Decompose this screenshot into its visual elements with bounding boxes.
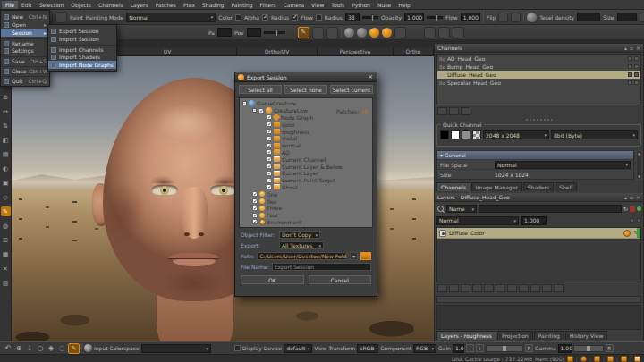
flow-checkbox[interactable] xyxy=(316,14,322,21)
tree-checkbox[interactable] xyxy=(267,122,272,127)
menu-item[interactable]: Layers xyxy=(127,1,152,9)
shader-sphere-lit-icon[interactable] xyxy=(369,28,379,38)
channel-snapshot-icon[interactable] xyxy=(634,64,639,69)
dock-tab[interactable]: Shaders xyxy=(523,182,554,191)
file-name-field[interactable]: Export Session xyxy=(272,263,371,271)
pov-field[interactable] xyxy=(247,28,261,37)
component-select[interactable]: RGB▾ xyxy=(413,344,436,353)
cache-layer-icon[interactable] xyxy=(530,284,540,292)
panel-layout-icon[interactable] xyxy=(326,27,338,38)
layer-opacity-field[interactable]: 1.000 xyxy=(521,216,547,225)
undo-icon[interactable]: ↶ xyxy=(4,343,13,353)
session-submenu-item[interactable]: Import Node Graphs xyxy=(48,61,116,69)
flip-vertical-icon[interactable] xyxy=(511,13,521,22)
color-picker-icon[interactable] xyxy=(213,343,222,353)
gain-increment-icon[interactable]: + xyxy=(476,344,484,352)
tree-row[interactable]: - Ghost xyxy=(240,184,372,191)
menu-item[interactable]: Help xyxy=(394,1,414,9)
blend-mode-select[interactable]: Normal▾ xyxy=(436,216,519,225)
menu-item[interactable]: Channels xyxy=(95,1,127,9)
tree-checkbox[interactable] xyxy=(252,213,258,218)
close-icon[interactable]: × xyxy=(367,73,374,80)
lock-uv-icon[interactable] xyxy=(453,27,464,38)
remove-layer-icon[interactable] xyxy=(554,284,564,292)
tree-row[interactable]: - Current Layer xyxy=(240,170,372,177)
alpha-checkbox[interactable] xyxy=(262,14,268,21)
shader-sphere-basic-icon[interactable] xyxy=(357,28,367,38)
transform-icon[interactable]: ◈ xyxy=(47,343,55,353)
tree-row[interactable]: - Environment xyxy=(240,219,372,226)
move-icon[interactable]: ⊕ xyxy=(14,343,23,353)
menu-item[interactable]: Painting xyxy=(227,1,256,9)
channels-palette-header[interactable]: Channels ▴ ▫ × xyxy=(435,44,643,53)
tool-icon[interactable]: ▥ xyxy=(1,278,11,288)
gain-slider[interactable] xyxy=(486,345,523,352)
viewport-tab[interactable]: Perspective xyxy=(318,47,394,55)
close-icon[interactable]: × xyxy=(636,45,640,51)
tree-row[interactable]: - AO xyxy=(240,149,372,156)
tree-checkbox[interactable] xyxy=(252,198,258,204)
mirror-x-icon[interactable] xyxy=(424,27,436,38)
gain-decrement-icon[interactable]: − xyxy=(466,344,474,352)
collapse-icon[interactable]: ▴ xyxy=(624,45,627,51)
paint-buffer-icon[interactable] xyxy=(55,12,67,23)
menu-item[interactable]: Filters xyxy=(257,1,280,9)
menu-item[interactable]: Edit xyxy=(18,1,36,9)
menu-item[interactable]: Selection xyxy=(36,1,68,9)
refresh-icon[interactable]: ↻ xyxy=(623,206,628,212)
add-channel-icon[interactable] xyxy=(437,107,447,115)
channel-snapshot-icon[interactable] xyxy=(634,72,639,77)
flip-horizontal-icon[interactable] xyxy=(498,13,508,22)
projection-slider[interactable] xyxy=(264,31,285,34)
collapse-icon[interactable]: ▴ xyxy=(624,194,627,200)
session-submenu-item[interactable]: Import Session xyxy=(48,35,116,43)
tree-row[interactable]: - Four xyxy=(240,212,372,219)
add-procedural-icon[interactable] xyxy=(461,284,470,292)
channel-snapshot-icon[interactable] xyxy=(634,56,639,61)
channel-cache-icon[interactable] xyxy=(628,64,632,69)
layer-mask-icon[interactable] xyxy=(637,218,641,223)
tree-checkbox[interactable] xyxy=(252,206,258,211)
view-transform-select[interactable]: sRGB▾ xyxy=(357,344,378,353)
tree-checkbox[interactable] xyxy=(267,164,272,169)
tree-row[interactable]: - One xyxy=(240,190,372,198)
tree-row[interactable]: - Current Channel xyxy=(240,156,372,163)
tree-row[interactable]: - Three xyxy=(240,205,372,212)
opacity-field[interactable]: 1.000 xyxy=(404,13,424,21)
tree-checkbox[interactable] xyxy=(252,191,258,197)
pa-field[interactable] xyxy=(217,28,232,37)
layers-search-input[interactable] xyxy=(479,205,622,213)
tool-icon[interactable]: ▤ xyxy=(1,149,11,159)
scroll-up-icon[interactable]: ▲ xyxy=(638,151,640,156)
tree-row[interactable]: - Node Graph xyxy=(240,114,372,122)
tool-icon[interactable]: ◇ xyxy=(1,192,11,202)
channel-cache-icon[interactable] xyxy=(628,72,632,77)
tool-icon[interactable]: ✕ xyxy=(1,264,11,274)
tree-checkbox[interactable] xyxy=(267,143,272,148)
expander-icon[interactable]: - xyxy=(242,101,247,105)
menu-item[interactable]: Shading xyxy=(199,1,227,9)
tool-icon[interactable]: ◐ xyxy=(1,164,11,173)
dock-tab[interactable]: Image Manager xyxy=(471,182,522,191)
swatch-white[interactable] xyxy=(451,130,460,139)
bake-button[interactable]: ✎ xyxy=(68,343,80,354)
channel-cache-icon[interactable] xyxy=(628,56,632,61)
duplicate-channel-icon[interactable] xyxy=(449,107,459,115)
swatch-transparent[interactable] xyxy=(472,130,481,139)
tree-row[interactable]: - Current Layer & Below xyxy=(240,163,372,170)
channel-row[interactable]: 8o Bump_Head_Geo xyxy=(437,63,640,71)
file-menu-item[interactable]: Session ▸ xyxy=(1,29,49,37)
merge-layer-icon[interactable] xyxy=(507,284,517,292)
tool-icon[interactable]: ▣ xyxy=(1,178,11,188)
channel-row[interactable]: 8o Specular_Head_Geo xyxy=(437,79,640,87)
path-history-icon[interactable]: ▾ xyxy=(350,252,358,260)
tree-row[interactable]: - color xyxy=(240,121,372,128)
dock-tab[interactable]: Shelf xyxy=(555,182,577,191)
size-field[interactable] xyxy=(617,13,637,21)
shader-sphere-flat-icon[interactable] xyxy=(344,28,354,38)
file-menu-item[interactable]: Rename xyxy=(1,38,49,46)
shader-sphere-full-icon[interactable] xyxy=(382,28,392,38)
layers-status-icon[interactable] xyxy=(621,356,627,362)
curve-icon[interactable] xyxy=(224,343,233,353)
tree-row[interactable]: - GameCreature xyxy=(240,100,372,107)
